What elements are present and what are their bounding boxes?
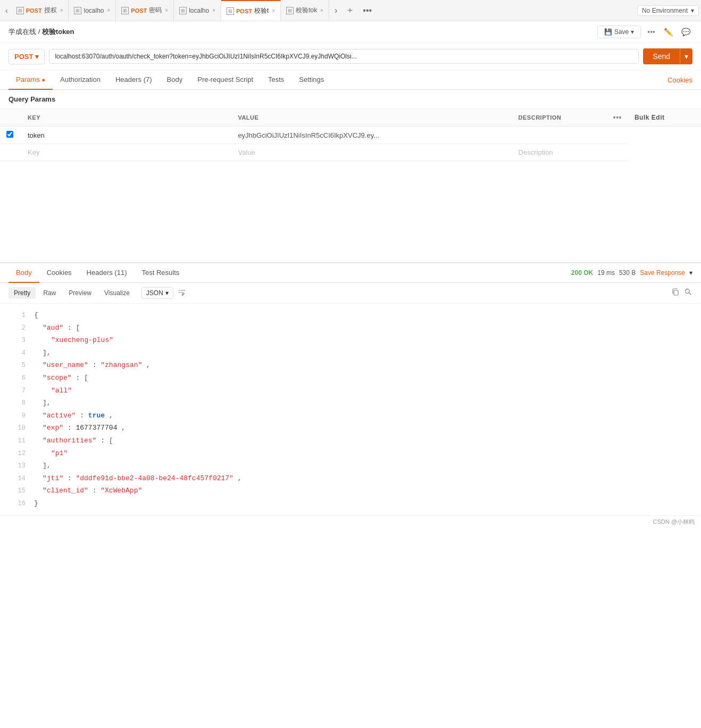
tab-close-1[interactable]: × [60,7,63,13]
tab-icon-5: ⊞ [227,7,234,15]
json-format-label: JSON [146,289,163,297]
empty-checkbox-cell [0,144,21,161]
tab-settings[interactable]: Settings [291,70,331,90]
json-line-10: 10 "exp" : 1677377704 , [0,422,701,434]
empty-value-cell[interactable]: Value [231,144,512,161]
json-line-15: 15 "client_id" : "XcWebApp" [0,484,701,497]
row-desc-cell [512,127,607,144]
row-checkbox-cell [0,127,21,144]
tab-tests[interactable]: Tests [261,70,291,90]
breadcrumb-actions: 💾 Save ▾ ••• ✏️ 💬 [597,26,692,38]
json-format-selector[interactable]: JSON ▾ [141,287,173,299]
method-dropdown-icon: ▾ [35,53,39,61]
row-value: eyJhbGciOiJIUzI1NiIsInR5cCI6IkpXVCJ9.ey.… [238,131,379,139]
tab-close-2[interactable]: × [107,7,111,13]
json-key-active: "active" [43,412,76,420]
cookies-link[interactable]: Cookies [667,71,692,89]
comment-button[interactable]: 💬 [679,26,692,38]
json-line-16: 16 } [0,497,701,510]
resp-tab-headers[interactable]: Headers (11) [79,263,135,283]
row-actions-cell [607,127,628,144]
tab-nav-left[interactable]: ‹ [2,6,11,15]
tab-icon-2: ⊞ [74,7,81,14]
json-brace-close: } [34,497,38,509]
url-input[interactable] [49,49,639,64]
search-button[interactable] [684,288,692,298]
table-more-icon[interactable]: ••• [613,113,622,122]
headers-badge: (7) [144,76,152,83]
line-num-14: 14 [4,473,26,485]
resp-tab-body[interactable]: Body [9,263,39,283]
tab-item-2[interactable]: ⊞ localho × [69,0,116,21]
tab-icon-4: ⊞ [179,7,187,14]
empty-space [0,161,701,257]
tab-prerequest[interactable]: Pre-request Script [190,70,261,90]
env-label: No Environment [642,7,688,14]
fmt-tab-pretty[interactable]: Pretty [9,287,36,299]
breadcrumb-separator: / [38,28,42,36]
tab-more-button[interactable]: ••• [360,6,375,15]
json-line-11: 11 "authorities" : [ [0,434,701,447]
empty-actions-cell [607,144,628,161]
tab-item-5[interactable]: ⊞ POST 校验t × [221,0,281,21]
save-response-arrow[interactable]: ▾ [689,269,692,277]
row-value-cell: eyJhbGciOiJIUzI1NiIsInR5cCI6IkpXVCJ9.ey.… [231,127,512,144]
table-row: token eyJhbGciOiJIUzI1NiIsInR5cCI6IkpXVC… [0,127,701,144]
json-val-xuecheng: "xuecheng-plus" [51,336,113,344]
tab-close-6[interactable]: × [320,7,323,13]
tab-item-1[interactable]: ⊞ POST 授权 × [11,0,69,21]
tab-headers[interactable]: Headers (7) [108,70,160,90]
tab-params[interactable]: Params ● [9,70,53,90]
tab-authorization[interactable]: Authorization [53,70,108,90]
copy-button[interactable] [671,288,680,298]
wrap-button[interactable] [178,288,186,298]
edit-button[interactable]: ✏️ [662,26,675,38]
tab-close-3[interactable]: × [165,7,168,13]
save-button[interactable]: 💾 Save ▾ [597,26,641,38]
line-num-9: 9 [4,411,26,422]
tab-close-5[interactable]: × [272,8,275,14]
col-description: DESCRIPTION [512,109,607,127]
save-response-button[interactable]: Save Response [640,269,685,277]
send-button[interactable]: Send ▾ [643,48,692,64]
empty-desc-cell[interactable]: Description [512,144,607,161]
col-key: KEY [21,109,231,127]
tab-method-1: POST [26,7,42,14]
tab-item-6[interactable]: ⊞ 校验tok × [281,0,329,21]
json-val-username: "zhangsan" [101,361,142,369]
params-section: KEY VALUE DESCRIPTION ••• Bulk Edit toke… [0,109,701,257]
chevron-down-icon: ▾ [691,7,694,14]
json-key-aud: "aud" [43,324,63,332]
tab-close-4[interactable]: × [212,7,215,13]
svg-rect-0 [674,290,678,295]
tab-add-button[interactable]: ＋ [343,5,357,16]
json-key-username: "user_name" [43,361,88,369]
empty-key-placeholder: Key [28,148,39,156]
resp-tab-test-results[interactable]: Test Results [134,263,187,283]
format-bar: Pretty Raw Preview Visualize JSON ▾ [0,283,701,304]
col-bulk-edit[interactable]: Bulk Edit [628,109,701,127]
fmt-tab-preview[interactable]: Preview [63,287,97,299]
more-options-button[interactable]: ••• [645,26,657,38]
tab-nav-right[interactable]: › [331,6,340,15]
method-selector[interactable]: POST ▾ [9,49,45,64]
params-badge: ● [41,77,45,83]
json-line-13: 13 ], [0,459,701,472]
tab-body[interactable]: Body [160,70,190,90]
send-dropdown-icon[interactable]: ▾ [680,48,692,64]
tab-icon-6: ⊞ [286,7,294,14]
json-line-8: 8 ], [0,397,701,409]
save-dropdown-icon: ▾ [631,28,634,36]
json-val-jti: "dddfe91d-bbe2-4a08-be24-48fc457f0217" [76,474,233,482]
env-selector[interactable]: No Environment ▾ [637,5,699,16]
col-actions: ••• [607,109,628,127]
row-checkbox[interactable] [6,131,13,138]
tab-item-3[interactable]: ⊞ POST 密码 × [116,0,174,21]
fmt-tab-raw[interactable]: Raw [38,287,61,299]
resp-tab-cookies[interactable]: Cookies [39,263,79,283]
tab-item-4[interactable]: ⊞ localho × [174,0,221,21]
line-num-2: 2 [4,323,26,334]
fmt-tab-visualize[interactable]: Visualize [99,287,135,299]
empty-key-cell[interactable]: Key [21,144,231,161]
bulk-edit-button[interactable]: Bulk Edit [635,114,665,121]
